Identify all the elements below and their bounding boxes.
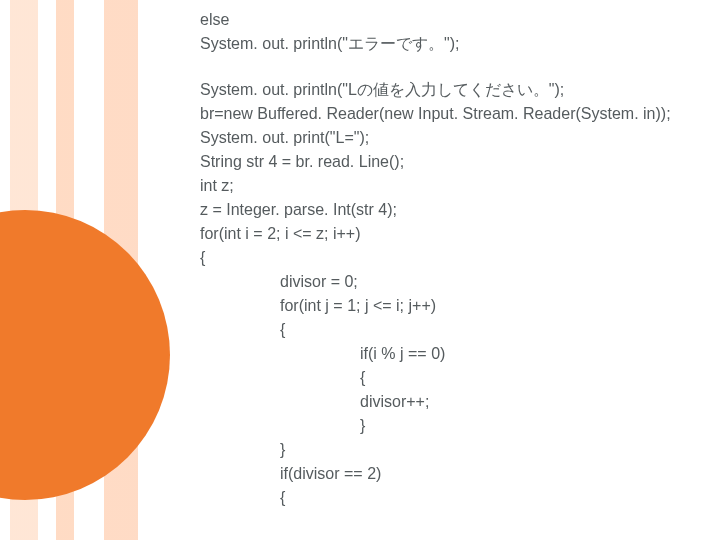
code-line: for(int i = 2; i <= z; i++) bbox=[200, 222, 700, 246]
code-line: } bbox=[200, 438, 700, 462]
code-block: else System. out. println("エラーです。"); Sys… bbox=[200, 8, 700, 510]
code-line: { bbox=[200, 486, 700, 510]
code-line: divisor = 0; bbox=[200, 270, 700, 294]
code-line: { bbox=[200, 246, 700, 270]
code-line: System. out. println("Lの値を入力してください。"); bbox=[200, 78, 700, 102]
code-line: String str 4 = br. read. Line(); bbox=[200, 150, 700, 174]
code-line: divisor++; bbox=[200, 390, 700, 414]
code-line: { bbox=[200, 366, 700, 390]
code-line: z = Integer. parse. Int(str 4); bbox=[200, 198, 700, 222]
code-line: } bbox=[200, 414, 700, 438]
code-line: if(i % j == 0) bbox=[200, 342, 700, 366]
code-line: br=new Buffered. Reader(new Input. Strea… bbox=[200, 102, 700, 126]
code-line: for(int j = 1; j <= i; j++) bbox=[200, 294, 700, 318]
code-line: { bbox=[200, 318, 700, 342]
code-line: if(divisor == 2) bbox=[200, 462, 700, 486]
code-line: else bbox=[200, 8, 700, 32]
code-line: System. out. print("L="); bbox=[200, 126, 700, 150]
code-line: System. out. println("エラーです。"); bbox=[200, 32, 700, 56]
code-line: int z; bbox=[200, 174, 700, 198]
